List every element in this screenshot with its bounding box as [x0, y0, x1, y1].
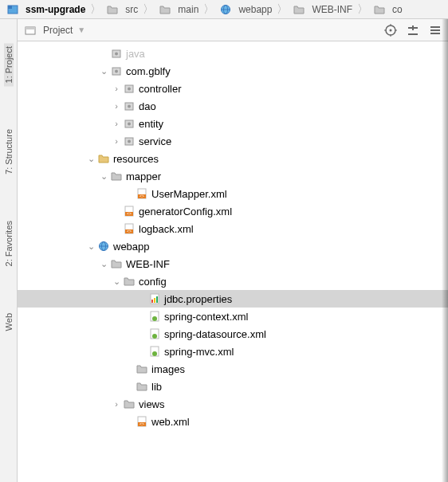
svg-point-8 — [390, 29, 392, 31]
chevron-right-icon: 〉 — [143, 2, 154, 17]
tree-node-entity[interactable]: ›entity — [18, 115, 448, 132]
spring-icon — [148, 310, 161, 323]
tree-node-service[interactable]: ›service — [18, 132, 448, 150]
project-tree[interactable]: java⌄com.gblfy›controller›dao›entity›ser… — [18, 41, 448, 482]
gutter-tab-project[interactable]: 1: Project — [4, 43, 14, 86]
svg-point-26 — [128, 105, 131, 108]
tree-node-com-gblfy[interactable]: ⌄com.gblfy — [18, 62, 448, 80]
tree-node-images[interactable]: images — [18, 360, 448, 378]
chevron-right-icon: 〉 — [357, 2, 368, 17]
crumb-label: src — [125, 4, 138, 15]
props-icon — [148, 292, 161, 305]
svg-point-28 — [128, 123, 131, 126]
tree-node-resources[interactable]: ⌄resources — [18, 150, 448, 167]
tree-node-spring-datasource-xml[interactable]: spring-datasource.xml — [18, 325, 448, 343]
gutter-tab-favorites[interactable]: 2: Favorites — [4, 217, 14, 269]
crumb-label: main — [178, 4, 198, 15]
breadcrumb-webapp[interactable]: webapp — [216, 3, 275, 16]
project-icon — [24, 24, 37, 37]
scrollbar[interactable] — [442, 19, 448, 482]
gutter-tab-web[interactable]: Web — [4, 310, 14, 334]
tree-node-logback-xml[interactable]: <>logback.xml — [18, 220, 448, 237]
folder-icon — [123, 398, 136, 410]
tree-node-label: service — [139, 135, 171, 147]
tree-node-spring-context-xml[interactable]: spring-context.xml — [18, 308, 448, 325]
tree-node-label: webapp — [113, 241, 150, 253]
package-icon — [110, 65, 123, 77]
tree-node-WEB-INF[interactable]: ⌄WEB-INF — [18, 255, 448, 272]
svg-rect-45 — [154, 298, 155, 303]
chevron-right-icon: 〉 — [90, 2, 101, 17]
settings-icon[interactable] — [429, 24, 442, 37]
expand-arrow-icon[interactable]: ⌄ — [97, 66, 110, 76]
tree-node-controller[interactable]: ›controller — [18, 80, 448, 97]
tree-node-java[interactable]: java — [18, 45, 448, 62]
svg-text:<>: <> — [127, 211, 132, 216]
tree-node-lib[interactable]: lib — [18, 378, 448, 395]
expand-arrow-icon[interactable]: ⌄ — [97, 259, 110, 269]
tree-node-label: java — [126, 48, 145, 60]
breadcrumb-main[interactable]: main — [155, 3, 202, 16]
spring-icon — [148, 327, 161, 340]
package-icon — [123, 100, 136, 112]
tree-node-label: controller — [139, 83, 181, 95]
expand-arrow-icon[interactable]: ⌄ — [84, 241, 97, 252]
svg-point-30 — [128, 140, 131, 143]
tree-node-mapper[interactable]: ⌄mapper — [18, 167, 448, 185]
tree-node-label: com.gblfy — [126, 65, 171, 77]
webfolder-icon — [219, 3, 232, 16]
gutter-structure-label: 7: Structure — [4, 129, 14, 174]
expand-arrow-icon[interactable]: › — [110, 136, 123, 146]
tree-node-config[interactable]: ⌄config — [18, 272, 448, 290]
gutter-tab-structure[interactable]: 7: Structure — [4, 126, 14, 178]
breadcrumb-co[interactable]: co — [370, 3, 406, 16]
tree-node-views[interactable]: ›views — [18, 395, 448, 413]
resfolder-icon — [97, 152, 110, 165]
crumb-label: ssm-upgrade — [26, 4, 85, 15]
tree-node-label: spring-context.xml — [164, 311, 248, 323]
tree-node-webapp[interactable]: ⌄webapp — [18, 237, 448, 255]
tree-node-generatorConfig-xml[interactable]: <>generatorConfig.xml — [18, 202, 448, 220]
svg-rect-44 — [151, 300, 153, 303]
expand-arrow-icon[interactable]: ⌄ — [97, 171, 110, 182]
chevron-right-icon: 〉 — [203, 2, 214, 17]
tree-node-label: config — [139, 276, 167, 288]
crumb-label: WEB-INF — [312, 4, 352, 15]
expand-arrow-icon[interactable]: › — [110, 101, 123, 111]
collapse-all-icon[interactable] — [407, 24, 419, 37]
tree-node-label: mapper — [126, 170, 161, 182]
folder-icon — [106, 3, 119, 16]
breadcrumb-src[interactable]: src — [103, 3, 141, 16]
tree-node-UserMapper-xml[interactable]: <>UserMapper.xml — [18, 185, 448, 202]
svg-point-24 — [128, 88, 131, 91]
folder-icon — [293, 3, 305, 16]
expand-arrow-icon[interactable]: ⌄ — [110, 276, 123, 287]
svg-point-22 — [115, 70, 118, 73]
locate-icon[interactable] — [384, 24, 397, 37]
tree-node-jdbc-properties[interactable]: jdbc.properties — [18, 290, 448, 308]
expand-arrow-icon[interactable]: › — [110, 399, 123, 409]
panel-header: Project ▼ — [18, 19, 448, 41]
folder-icon — [110, 170, 123, 182]
tree-node-web-xml[interactable]: <>web.xml — [18, 413, 448, 430]
expand-arrow-icon[interactable]: ⌄ — [84, 154, 97, 164]
tree-node-label: lib — [151, 381, 162, 393]
xml-icon: <> — [123, 222, 136, 235]
expand-arrow-icon[interactable]: › — [110, 119, 123, 128]
breadcrumb-ssm-upgrade[interactable]: ssm-upgrade — [3, 3, 88, 16]
expand-arrow-icon[interactable]: › — [110, 84, 123, 93]
svg-point-20 — [115, 53, 118, 56]
panel-header-left[interactable]: Project ▼ — [24, 24, 85, 37]
tree-node-spring-mvc-xml[interactable]: spring-mvc.xml — [18, 343, 448, 360]
svg-point-50 — [152, 334, 157, 339]
breadcrumb: ssm-upgrade〉src〉main〉webapp〉WEB-INF〉co — [0, 0, 448, 19]
tree-node-dao[interactable]: ›dao — [18, 97, 448, 115]
folder-icon — [123, 275, 136, 288]
main-shell: 1: Project 7: Structure 2: Favorites Web… — [0, 19, 448, 482]
tree-node-label: jdbc.properties — [164, 293, 232, 305]
folder-icon — [110, 257, 123, 270]
tree-node-label: UserMapper.xml — [151, 188, 227, 200]
svg-point-48 — [152, 316, 157, 321]
breadcrumb-WEB-INF[interactable]: WEB-INF — [289, 3, 356, 16]
tree-node-label: logback.xml — [139, 223, 194, 235]
